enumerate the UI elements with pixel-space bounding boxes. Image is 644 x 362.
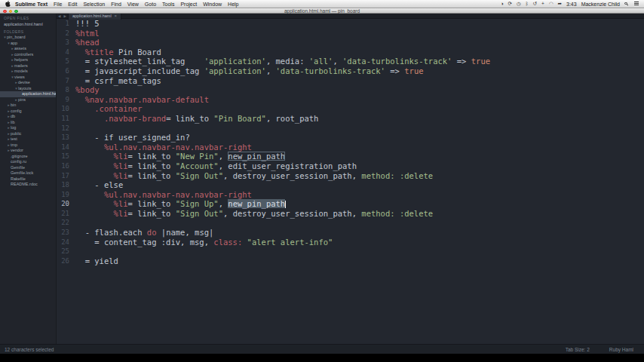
tree-item-label: log [11, 125, 16, 131]
menu-app-name[interactable]: Sublime Text [15, 2, 48, 7]
code-line-7[interactable]: 7 = csrf_meta_tags [57, 76, 644, 86]
code-line-16[interactable]: 16 %li= link_to "Account", edit_user_reg… [57, 161, 644, 171]
tree-folder-vendor[interactable]: ▸vendor [0, 148, 56, 154]
menu-tools[interactable]: Tools [162, 2, 174, 7]
line-number: 13 [57, 133, 73, 143]
menubar-clock[interactable]: 3:43 [566, 2, 577, 7]
code-line-2[interactable]: 2%html [57, 29, 644, 38]
code-token [75, 161, 114, 170]
menu-project[interactable]: Project [180, 2, 197, 7]
tab-size-setting[interactable]: Tab Size: 2 [566, 347, 590, 352]
syntax-setting[interactable]: Ruby Haml [609, 347, 633, 352]
code-line-21[interactable]: 21 %li= link_to "Sign Out", destroy_user… [57, 209, 644, 219]
code-line-3[interactable]: 3%head [57, 38, 644, 48]
menu-find[interactable]: Find [111, 2, 121, 7]
tree-folder-mailers[interactable]: ▸mailers [0, 63, 56, 69]
tree-item-label: config [11, 109, 22, 115]
tree-folder-public[interactable]: ▸public [0, 131, 56, 137]
code-line-18[interactable]: 18 - else [57, 180, 644, 190]
code-line-8[interactable]: 8%body [57, 85, 644, 95]
menu-file[interactable]: File [54, 2, 62, 7]
tree-folder-test[interactable]: ▸test [0, 137, 56, 143]
open-file-item[interactable]: application.html.haml [0, 21, 56, 27]
tree-folder-views[interactable]: ▾views [0, 75, 56, 81]
code-line-9[interactable]: 9 %nav.navbar.navbar-default [57, 95, 644, 105]
code-line-4[interactable]: 4 %title Pin Board [57, 48, 644, 57]
open-files-header[interactable]: OPEN FILES [0, 14, 56, 21]
tree-folder-devise[interactable]: ▸devise [0, 80, 56, 86]
line-number: 6 [57, 66, 73, 76]
tree-file-gemfile[interactable]: Gemfile [0, 165, 56, 171]
notification-center-icon[interactable] [634, 2, 639, 6]
timemachine-icon[interactable]: ↺ [533, 1, 537, 6]
zoom-window-button[interactable] [14, 10, 18, 14]
line-source: - else [73, 180, 123, 190]
line-source [73, 124, 75, 133]
tree-folder-db[interactable]: ▸db [0, 114, 56, 120]
tree-folder-controllers[interactable]: ▸controllers [0, 52, 56, 58]
code-line-6[interactable]: 6 = javascript_include_tag 'application'… [57, 66, 644, 76]
tree-file-readme-rdoc[interactable]: README.rdoc [0, 182, 56, 188]
code-line-17[interactable]: 17 %li= link_to "Sign Out", destroy_user… [57, 171, 644, 181]
menu-goto[interactable]: Goto [145, 2, 156, 7]
wifi-icon[interactable]: ◠ [549, 1, 554, 6]
tree-folder-lib[interactable]: ▸lib [0, 120, 56, 126]
tree-file-rakefile[interactable]: Rakefile [0, 176, 56, 183]
tree-file-config-ru[interactable]: config.ru [0, 159, 56, 165]
menu-view[interactable]: View [127, 2, 139, 7]
menubar-user-name[interactable]: Mackenzie Child [581, 2, 620, 7]
tree-item-label: Gemfile [11, 165, 25, 171]
folders-header[interactable]: FOLDERS [0, 27, 56, 35]
code-line-11[interactable]: 11 .navbar-brand= link_to "Pin Board", r… [57, 114, 644, 124]
tree-folder-tmp[interactable]: ▸tmp [0, 143, 56, 149]
tree-folder-assets[interactable]: ▸assets [0, 46, 56, 52]
code-line-14[interactable]: 14 %ul.nav.navbar-nav.navbar-right [57, 143, 644, 152]
code-line-25[interactable]: 25 [57, 247, 644, 256]
tree-folder-config[interactable]: ▸config [0, 109, 56, 115]
code-line-13[interactable]: 13 - if user_signed_in? [57, 133, 644, 143]
volume-icon[interactable]: ➦ [558, 1, 562, 6]
code-line-23[interactable]: 23 - flash.each do |name, msg| [57, 228, 644, 238]
spotlight-search-icon[interactable] [624, 2, 628, 6]
tree-folder-log[interactable]: ▸log [0, 125, 56, 131]
plus-icon[interactable]: + [541, 1, 544, 6]
line-number: 18 [57, 180, 73, 190]
code-line-26[interactable]: 26 = yield [57, 256, 644, 266]
code-line-24[interactable]: 24 = content_tag :div, msg, class: "aler… [57, 238, 644, 247]
close-window-button[interactable] [3, 10, 7, 14]
code-line-19[interactable]: 19 %ul.nav.navbar-nav.navbar-right [57, 190, 644, 200]
code-line-1[interactable]: 1!!! 5 [57, 19, 644, 29]
code-line-20[interactable]: 20 %li= link_to "Sign Up", new_pin_path [57, 199, 644, 209]
code-line-15[interactable]: 15 %li= link_to "New Pin", new_pin_path [57, 152, 644, 161]
line-number: 2 [57, 29, 73, 38]
tree-folder-pins[interactable]: ▸pins [0, 97, 56, 103]
tab-back-icon[interactable]: ◀ [57, 14, 62, 18]
code-token: , root_path [266, 114, 319, 123]
sync-icon[interactable]: ⟳ [508, 1, 512, 6]
apple-logo-icon[interactable] [5, 1, 11, 7]
code-line-12[interactable]: 12 [57, 124, 644, 133]
tree-folder-layouts[interactable]: ▾layouts [0, 86, 56, 92]
clock-icon[interactable]: ◷ [517, 1, 521, 6]
tree-folder-models[interactable]: ▸models [0, 69, 56, 75]
menu-selection[interactable]: Selection [83, 2, 105, 7]
code-line-5[interactable]: 5 = stylesheet_link_tag 'application', m… [57, 57, 644, 66]
tree-item-label: tmp [11, 143, 17, 149]
menu-help[interactable]: Help [228, 2, 238, 7]
tree-folder-app[interactable]: ▾app [0, 41, 56, 47]
tree-file-gemfile-lock[interactable]: Gemfile.lock [0, 170, 56, 176]
code-line-22[interactable]: 22 [57, 218, 644, 228]
tree-folder-pin-board[interactable]: ▾pin_board [0, 35, 56, 41]
display-icon[interactable]: ◑ [501, 1, 504, 6]
bluetooth-icon[interactable]: ᛒ [526, 1, 529, 6]
menu-edit[interactable]: Edit [68, 2, 77, 7]
menu-window[interactable]: Window [203, 2, 222, 7]
tree-file-application-html-haml[interactable]: application.html.haml [0, 91, 56, 97]
minimize-window-button[interactable] [9, 10, 13, 14]
tree-folder-helpers[interactable]: ▸helpers [0, 57, 56, 63]
tree-folder-bin[interactable]: ▸bin [0, 103, 56, 109]
code-line-10[interactable]: 10 .container [57, 104, 644, 114]
tab-forward-icon[interactable]: ▶ [62, 14, 67, 18]
tree-file--gitignore[interactable]: .gitignore [0, 154, 56, 160]
code-editor[interactable]: 1!!! 52%html3%head4 %title Pin Board5 = … [57, 19, 644, 353]
